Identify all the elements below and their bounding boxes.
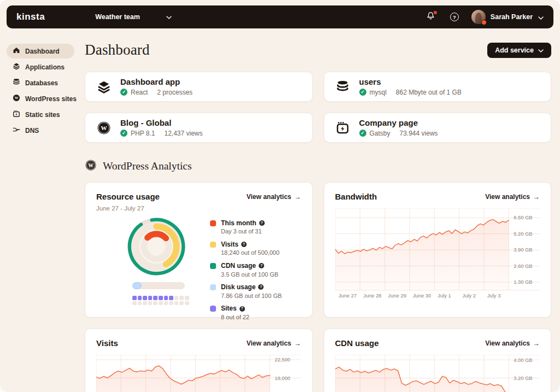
service-status-text: React bbox=[131, 89, 148, 96]
svg-text:22,500: 22,500 bbox=[275, 357, 290, 362]
service-status-text: PHP 8.1 bbox=[131, 130, 155, 137]
service-name: Dashboard app bbox=[120, 78, 192, 86]
help-icon[interactable]: ? bbox=[240, 306, 245, 312]
arrow-right-icon: → bbox=[533, 340, 540, 347]
sidebar-item-dns[interactable]: DNS bbox=[7, 123, 74, 138]
site-square bbox=[174, 301, 179, 306]
view-analytics-link[interactable]: View analytics → bbox=[485, 193, 540, 201]
sites-squares-grid bbox=[132, 296, 190, 305]
svg-text:W: W bbox=[15, 96, 19, 100]
visits-card: Visits View analytics → 22,50018,000 bbox=[85, 329, 313, 392]
chevron-down-icon bbox=[538, 46, 544, 54]
kinsta-dashboard-page: kinsta Weather team ? bbox=[0, 0, 560, 392]
wordpress-icon: W bbox=[13, 94, 20, 103]
arrow-right-icon: → bbox=[295, 193, 301, 201]
legend-swatch bbox=[210, 263, 216, 269]
svg-text:June 30: June 30 bbox=[412, 293, 430, 299]
legend-item: Disk usage? 7.86 GB out of 100 GB bbox=[210, 283, 301, 300]
svg-text:5.20 GB: 5.20 GB bbox=[514, 231, 532, 237]
sidebar-item-wordpress-sites[interactable]: W WordPress sites bbox=[7, 91, 74, 106]
user-menu[interactable]: Sarah Parker bbox=[471, 10, 544, 24]
bandwidth-card: Bandwidth View analytics → 6.50 GB5.20 G… bbox=[324, 182, 552, 318]
analytics-section-header: W WordPress Analytics bbox=[85, 159, 551, 173]
site-square bbox=[132, 296, 137, 300]
legend-item: Visits? 18,240 out of 500,000 bbox=[210, 241, 301, 257]
svg-text:June 29: June 29 bbox=[388, 293, 406, 299]
legend-item: This month? Day 3 out of 31 bbox=[210, 219, 301, 236]
svg-text:1.30 GB: 1.30 GB bbox=[514, 279, 532, 285]
help-button[interactable]: ? bbox=[449, 11, 460, 22]
arrow-right-icon: → bbox=[533, 193, 540, 201]
svg-text:June 28: June 28 bbox=[363, 293, 381, 299]
view-analytics-link[interactable]: View analytics → bbox=[247, 340, 301, 347]
card-title: Visits bbox=[96, 338, 118, 348]
status-check-icon: ✓ bbox=[120, 89, 127, 96]
service-card-dashboard-app[interactable]: Dashboard app ✓ React 2 processes bbox=[85, 72, 313, 102]
site-square bbox=[138, 296, 142, 300]
visits-chart: 22,50018,000 bbox=[96, 355, 301, 392]
team-selector[interactable]: Weather team bbox=[95, 13, 172, 21]
site-square bbox=[164, 296, 168, 300]
svg-text:2.60 GB: 2.60 GB bbox=[514, 264, 532, 269]
sidebar-item-databases[interactable]: Databases bbox=[7, 75, 74, 90]
sidebar-item-static-sites[interactable]: Static sites bbox=[7, 107, 74, 122]
site-square bbox=[169, 296, 173, 300]
site-square bbox=[179, 301, 184, 306]
svg-text:W: W bbox=[88, 162, 94, 168]
analytics-section-title: WordPress Analytics bbox=[103, 160, 192, 172]
site-square bbox=[159, 301, 163, 306]
topbar: kinsta Weather team ? bbox=[7, 5, 553, 28]
legend-swatch bbox=[210, 242, 216, 248]
site-square bbox=[164, 301, 168, 306]
service-card-users[interactable]: users ✓ mysql 862 Mbyte out of 1 GB bbox=[324, 72, 552, 102]
service-card-company-page[interactable]: Company page ✓ Gatsby 73.944 views bbox=[324, 113, 552, 143]
page-title: Dashboard bbox=[85, 42, 150, 58]
svg-text:July 2: July 2 bbox=[462, 293, 475, 299]
wordpress-icon: W bbox=[85, 159, 97, 173]
status-check-icon: ✓ bbox=[359, 89, 366, 96]
sidebar-item-dashboard[interactable]: Dashboard bbox=[7, 44, 74, 58]
site-square bbox=[153, 296, 158, 300]
card-title: Resource usage bbox=[96, 192, 160, 201]
layers-icon bbox=[13, 62, 20, 72]
view-analytics-link[interactable]: View analytics → bbox=[247, 193, 301, 201]
site-square bbox=[169, 301, 173, 306]
service-name: Company page bbox=[359, 119, 438, 127]
sidebar-item-label: Applications bbox=[25, 63, 65, 71]
avatar-status-badge bbox=[481, 20, 487, 25]
svg-text:July 1: July 1 bbox=[438, 293, 451, 299]
service-detail: 862 Mbyte out of 1 GB bbox=[396, 89, 462, 96]
user-name: Sarah Parker bbox=[491, 13, 533, 21]
site-square bbox=[148, 296, 153, 300]
site-square bbox=[138, 301, 142, 306]
legend-swatch bbox=[210, 284, 216, 290]
status-check-icon: ✓ bbox=[120, 130, 127, 137]
notification-badge bbox=[434, 11, 437, 14]
resource-usage-card: Resource usage View analytics → June 27 … bbox=[85, 182, 313, 318]
services-grid: Dashboard app ✓ React 2 processes users bbox=[85, 72, 551, 143]
arrow-right-icon: → bbox=[295, 340, 301, 347]
legend-item: Sites? 8 out of 22 bbox=[210, 305, 301, 321]
add-service-button[interactable]: Add service bbox=[487, 43, 551, 58]
help-icon[interactable]: ? bbox=[258, 284, 264, 290]
service-card-blog-global[interactable]: W Blog - Global ✓ PHP 8.1 12,437 views bbox=[85, 113, 313, 143]
view-analytics-link[interactable]: View analytics → bbox=[485, 340, 540, 347]
kinsta-logo[interactable]: kinsta bbox=[16, 11, 45, 22]
topbar-actions: ? Sarah Parker bbox=[425, 10, 544, 24]
site-square bbox=[159, 296, 163, 300]
help-icon[interactable]: ? bbox=[259, 263, 264, 268]
site-square bbox=[153, 301, 158, 306]
help-icon[interactable]: ? bbox=[259, 220, 265, 226]
sidebar-item-applications[interactable]: Applications bbox=[7, 60, 74, 74]
notifications-button[interactable] bbox=[425, 11, 436, 22]
svg-text:4.00 GB: 4.00 GB bbox=[514, 358, 532, 363]
dns-icon bbox=[13, 126, 20, 135]
disk-usage-bar bbox=[132, 282, 185, 289]
service-detail: 73.944 views bbox=[400, 130, 438, 137]
cdn-usage-chart: 4.00 GB3.20 GB bbox=[335, 355, 540, 392]
card-title: Bandwidth bbox=[335, 192, 377, 201]
site-square bbox=[185, 296, 189, 300]
service-name: Blog - Global bbox=[120, 119, 203, 127]
chevron-down-icon bbox=[166, 13, 172, 21]
help-icon[interactable]: ? bbox=[241, 242, 247, 247]
